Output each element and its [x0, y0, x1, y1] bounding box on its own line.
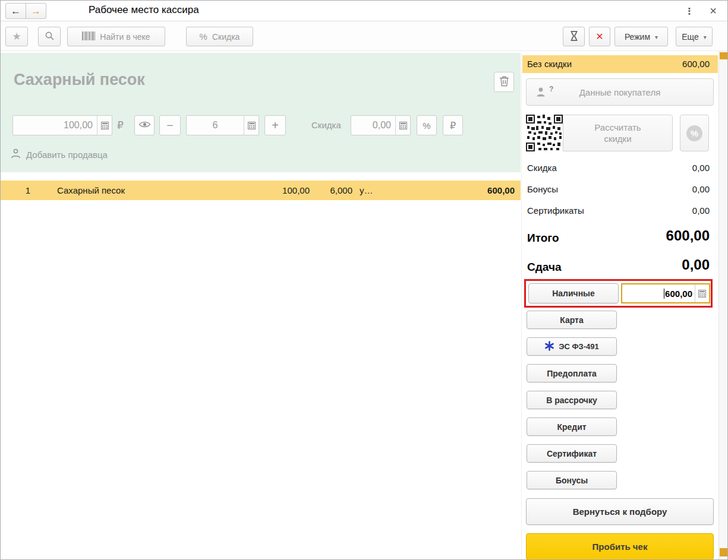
receipt-table-row[interactable]: 1 Сахарный песок 100,00 6,000 у… 600,00 — [1, 181, 521, 200]
certificate-label: Сертификат — [547, 449, 597, 458]
close-button[interactable]: × — [705, 2, 721, 19]
total-value: 600,00 — [666, 227, 710, 244]
change-label: Сдача — [527, 261, 561, 274]
find-in-receipt-label: Найти в чеке — [100, 32, 150, 42]
back-to-selection-button[interactable]: Вернуться к подбору — [526, 498, 714, 525]
quantity-field[interactable]: 6 — [186, 115, 259, 135]
bonuses-button[interactable]: Бонусы — [527, 471, 617, 489]
no-discount-label: Без скидки — [527, 59, 572, 69]
discount-percent-button[interactable]: % — [680, 115, 709, 151]
forward-button[interactable]: → — [26, 3, 46, 19]
calculate-discounts-button[interactable]: Рассчитать скидки — [563, 115, 673, 151]
favorites-button[interactable]: ★ — [5, 27, 28, 46]
print-receipt-button[interactable]: Пробить чек — [526, 533, 714, 560]
qr-code[interactable] — [526, 115, 563, 151]
back-arrow-icon: ← — [11, 5, 21, 17]
mode-dropdown-button[interactable]: Режим ▾ — [614, 27, 668, 46]
kebab-icon: ⋮ — [685, 6, 694, 16]
titlebar: ← → Рабочее место кассира ⋮ × — [1, 1, 728, 21]
cash-calculator-icon[interactable] — [695, 284, 709, 302]
summary-certificates-label: Сертификаты — [527, 205, 584, 216]
summary-bonuses-label: Бонусы — [527, 184, 558, 194]
summary-discount-value: 0,00 — [692, 163, 710, 173]
calculate-discounts-label: Рассчитать скидки — [581, 122, 654, 145]
prepayment-label: Предоплата — [547, 369, 597, 378]
customer-data-button[interactable]: ? Данные покупателя — [526, 78, 714, 106]
installment-button[interactable]: В рассрочку — [527, 391, 617, 409]
row-sum: 600,00 — [443, 185, 515, 195]
percent-icon: % — [423, 121, 430, 131]
cash-amount-field[interactable]: 600,00 — [621, 283, 710, 303]
current-item-title: Сахарный песок — [14, 71, 145, 89]
cancel-receipt-button[interactable]: ✕ — [589, 27, 610, 46]
es-fz491-payment-button[interactable]: ЭС ФЗ-491 — [527, 337, 617, 356]
change-value: 0,00 — [682, 257, 710, 273]
search-icon — [45, 31, 55, 43]
bonuses-label: Бонусы — [556, 476, 588, 485]
vertical-scrollbar[interactable] — [718, 51, 728, 560]
item-discount-value[interactable]: 0,00 — [351, 116, 395, 135]
back-button[interactable]: ← — [5, 3, 26, 19]
quantity-calculator-icon[interactable] — [244, 116, 259, 135]
toolbar: ★ Найти в чеке % Скидка ✕ Режим ▾ Еще ▾ — [1, 22, 728, 51]
add-seller-link[interactable]: Добавить продавца — [10, 148, 108, 161]
delete-item-button[interactable] — [494, 72, 514, 92]
row-quantity: 6,000 — [316, 185, 352, 195]
quantity-value[interactable]: 6 — [187, 116, 244, 135]
view-item-button[interactable] — [134, 115, 155, 135]
scrollbar-bottom-marker — [720, 548, 727, 556]
price-calculator-icon[interactable] — [97, 116, 112, 135]
total-row: Итого 600,00 — [527, 227, 710, 246]
summary-certificates-row: Сертификаты 0,00 — [527, 205, 710, 220]
cashier-workplace-window: ← → Рабочее место кассира ⋮ × ★ Найти в … — [0, 0, 728, 560]
cash-amount-value[interactable]: 600,00 — [622, 284, 695, 302]
price-currency-label: ₽ — [117, 119, 124, 132]
minus-icon: − — [166, 119, 174, 132]
price-value[interactable]: 100,00 — [13, 116, 97, 135]
installment-label: В рассрочку — [546, 396, 597, 405]
cash-button-label: Наличные — [552, 289, 595, 298]
item-discount-field[interactable]: 0,00 — [351, 115, 411, 135]
summary-discount-row: Скидка 0,00 — [527, 163, 710, 177]
credit-label: Кредит — [557, 422, 586, 432]
postpone-receipt-button[interactable] — [563, 27, 585, 46]
certificate-button[interactable]: Сертификат — [527, 444, 617, 463]
cash-payment-button[interactable]: Наличные — [528, 283, 619, 303]
current-item-panel: Сахарный песок 100,00 ₽ − 6 + Скидка 0,0… — [1, 53, 521, 172]
discount-button[interactable]: % Скидка — [186, 27, 253, 46]
discount-calculator-icon[interactable] — [395, 116, 410, 135]
window-menu-button[interactable]: ⋮ — [683, 4, 696, 18]
total-label: Итого — [527, 232, 559, 245]
item-discount-label: Скидка — [311, 120, 341, 130]
change-row: Сдача 0,00 — [527, 257, 710, 276]
add-seller-label: Добавить продавца — [26, 150, 108, 160]
plus-icon: + — [272, 119, 279, 132]
ruble-icon: ₽ — [450, 120, 456, 131]
search-button[interactable] — [38, 27, 61, 46]
find-in-receipt-button[interactable]: Найти в чеке — [67, 27, 165, 46]
prepayment-button[interactable]: Предоплата — [527, 364, 617, 382]
person-icon — [10, 148, 21, 161]
summary-bonuses-value: 0,00 — [692, 184, 710, 194]
row-number: 1 — [12, 185, 30, 195]
page-title: Рабочее место кассира — [89, 4, 199, 16]
discount-ruble-toggle[interactable]: ₽ — [443, 115, 463, 135]
price-field[interactable]: 100,00 — [12, 115, 112, 135]
panel-divider — [521, 51, 522, 560]
quantity-decrease-button[interactable]: − — [159, 115, 181, 135]
more-dropdown-button[interactable]: Еще ▾ — [676, 27, 713, 46]
barcode-icon — [82, 31, 95, 42]
row-item-name: Сахарный песок — [57, 185, 125, 195]
back-to-selection-label: Вернуться к подбору — [573, 507, 667, 517]
card-payment-button[interactable]: Карта — [527, 311, 617, 329]
trash-icon — [499, 75, 509, 89]
credit-button[interactable]: Кредит — [527, 417, 617, 436]
summary-bonuses-row: Бонусы 0,00 — [527, 184, 710, 198]
discount-percent-toggle[interactable]: % — [417, 115, 437, 135]
chevron-down-icon: ▾ — [704, 34, 707, 40]
quantity-increase-button[interactable]: + — [264, 115, 286, 135]
eye-icon — [138, 120, 151, 131]
summary-certificates-value: 0,00 — [692, 205, 710, 216]
percent-icon: % — [200, 31, 207, 42]
history-nav: ← → — [5, 3, 46, 19]
